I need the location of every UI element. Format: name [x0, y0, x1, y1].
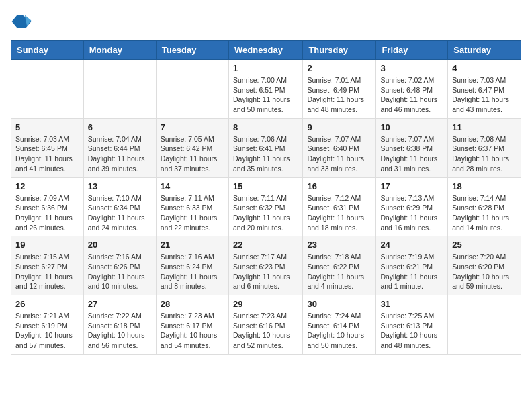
calendar-day-cell: 22Sunrise: 7:17 AM Sunset: 6:23 PM Dayli… [228, 236, 302, 295]
logo-icon [11, 11, 32, 32]
day-number: 10 [380, 122, 443, 132]
calendar-day-cell: 19Sunrise: 7:15 AM Sunset: 6:27 PM Dayli… [11, 236, 84, 295]
calendar-day-cell: 2Sunrise: 7:01 AM Sunset: 6:49 PM Daylig… [303, 60, 376, 119]
day-info: Sunrise: 7:18 AM Sunset: 6:22 PM Dayligh… [307, 252, 371, 291]
day-number: 17 [380, 181, 443, 191]
calendar-week-row: 26Sunrise: 7:21 AM Sunset: 6:19 PM Dayli… [11, 295, 521, 355]
day-number: 2 [307, 63, 371, 73]
calendar-day-cell: 21Sunrise: 7:16 AM Sunset: 6:24 PM Dayli… [156, 236, 228, 295]
day-of-week-header: Friday [376, 41, 448, 60]
day-number: 1 [233, 63, 298, 73]
day-info: Sunrise: 7:03 AM Sunset: 6:45 PM Dayligh… [15, 134, 79, 174]
day-number: 25 [452, 240, 517, 250]
day-number: 12 [15, 181, 79, 191]
calendar-day-cell [11, 60, 84, 119]
day-info: Sunrise: 7:14 AM Sunset: 6:28 PM Dayligh… [452, 193, 517, 233]
calendar-day-cell: 23Sunrise: 7:18 AM Sunset: 6:22 PM Dayli… [303, 236, 376, 295]
day-info: Sunrise: 7:16 AM Sunset: 6:24 PM Dayligh… [161, 252, 224, 291]
day-info: Sunrise: 7:12 AM Sunset: 6:31 PM Dayligh… [307, 193, 371, 233]
day-info: Sunrise: 7:07 AM Sunset: 6:38 PM Dayligh… [380, 134, 443, 174]
day-info: Sunrise: 7:01 AM Sunset: 6:49 PM Dayligh… [307, 75, 371, 115]
day-of-week-header: Wednesday [228, 41, 302, 60]
logo [11, 11, 35, 32]
calendar-day-cell: 14Sunrise: 7:11 AM Sunset: 6:33 PM Dayli… [156, 177, 228, 236]
calendar-day-cell: 27Sunrise: 7:22 AM Sunset: 6:18 PM Dayli… [83, 295, 156, 355]
day-number: 27 [88, 299, 152, 309]
day-info: Sunrise: 7:19 AM Sunset: 6:21 PM Dayligh… [380, 252, 443, 291]
day-number: 9 [307, 122, 371, 132]
calendar-day-cell [448, 295, 521, 355]
calendar-day-cell: 10Sunrise: 7:07 AM Sunset: 6:38 PM Dayli… [376, 118, 448, 177]
calendar-week-row: 1Sunrise: 7:00 AM Sunset: 6:51 PM Daylig… [11, 60, 521, 119]
calendar-day-cell: 16Sunrise: 7:12 AM Sunset: 6:31 PM Dayli… [303, 177, 376, 236]
day-info: Sunrise: 7:11 AM Sunset: 6:33 PM Dayligh… [161, 193, 224, 233]
day-number: 26 [15, 299, 79, 309]
calendar-week-row: 19Sunrise: 7:15 AM Sunset: 6:27 PM Dayli… [11, 236, 521, 295]
day-info: Sunrise: 7:25 AM Sunset: 6:13 PM Dayligh… [380, 311, 443, 351]
calendar-day-cell: 6Sunrise: 7:04 AM Sunset: 6:44 PM Daylig… [83, 118, 156, 177]
calendar-day-cell: 28Sunrise: 7:23 AM Sunset: 6:17 PM Dayli… [156, 295, 228, 355]
calendar-day-cell: 7Sunrise: 7:05 AM Sunset: 6:42 PM Daylig… [156, 118, 228, 177]
calendar-day-cell: 24Sunrise: 7:19 AM Sunset: 6:21 PM Dayli… [376, 236, 448, 295]
day-of-week-header: Monday [83, 41, 156, 60]
day-info: Sunrise: 7:22 AM Sunset: 6:18 PM Dayligh… [88, 311, 152, 351]
calendar-day-cell: 20Sunrise: 7:16 AM Sunset: 6:26 PM Dayli… [83, 236, 156, 295]
day-info: Sunrise: 7:24 AM Sunset: 6:14 PM Dayligh… [307, 311, 371, 351]
day-number: 28 [161, 299, 224, 309]
day-info: Sunrise: 7:03 AM Sunset: 6:47 PM Dayligh… [452, 75, 517, 115]
day-number: 5 [15, 122, 79, 132]
day-of-week-header: Sunday [11, 41, 84, 60]
calendar-day-cell: 29Sunrise: 7:23 AM Sunset: 6:16 PM Dayli… [228, 295, 302, 355]
day-info: Sunrise: 7:13 AM Sunset: 6:29 PM Dayligh… [380, 193, 443, 233]
day-info: Sunrise: 7:09 AM Sunset: 6:36 PM Dayligh… [15, 193, 79, 233]
day-number: 29 [233, 299, 298, 309]
day-number: 23 [307, 240, 371, 250]
calendar-day-cell [156, 60, 228, 119]
day-number: 24 [380, 240, 443, 250]
calendar-day-cell [83, 60, 156, 119]
calendar-week-row: 12Sunrise: 7:09 AM Sunset: 6:36 PM Dayli… [11, 177, 521, 236]
day-number: 13 [88, 181, 152, 191]
day-number: 11 [452, 122, 517, 132]
calendar-day-cell: 25Sunrise: 7:20 AM Sunset: 6:20 PM Dayli… [448, 236, 521, 295]
day-number: 31 [380, 299, 443, 309]
day-number: 30 [307, 299, 371, 309]
day-number: 22 [233, 240, 298, 250]
calendar-day-cell: 1Sunrise: 7:00 AM Sunset: 6:51 PM Daylig… [228, 60, 302, 119]
calendar-day-cell: 11Sunrise: 7:08 AM Sunset: 6:37 PM Dayli… [448, 118, 521, 177]
day-of-week-header: Thursday [303, 41, 376, 60]
day-info: Sunrise: 7:20 AM Sunset: 6:20 PM Dayligh… [452, 252, 517, 291]
day-number: 4 [452, 63, 517, 73]
calendar-day-cell: 30Sunrise: 7:24 AM Sunset: 6:14 PM Dayli… [303, 295, 376, 355]
day-number: 3 [380, 63, 443, 73]
day-info: Sunrise: 7:07 AM Sunset: 6:40 PM Dayligh… [307, 134, 371, 174]
calendar-header: SundayMondayTuesdayWednesdayThursdayFrid… [11, 41, 521, 60]
day-info: Sunrise: 7:05 AM Sunset: 6:42 PM Dayligh… [161, 134, 224, 174]
day-number: 20 [88, 240, 152, 250]
day-number: 16 [307, 181, 371, 191]
day-number: 6 [88, 122, 152, 132]
calendar-day-cell: 12Sunrise: 7:09 AM Sunset: 6:36 PM Dayli… [11, 177, 84, 236]
page-header [11, 11, 521, 32]
day-info: Sunrise: 7:10 AM Sunset: 6:34 PM Dayligh… [88, 193, 152, 233]
day-info: Sunrise: 7:00 AM Sunset: 6:51 PM Dayligh… [233, 75, 298, 115]
day-of-week-header: Saturday [448, 41, 521, 60]
day-number: 14 [161, 181, 224, 191]
calendar-day-cell: 31Sunrise: 7:25 AM Sunset: 6:13 PM Dayli… [376, 295, 448, 355]
day-info: Sunrise: 7:21 AM Sunset: 6:19 PM Dayligh… [15, 311, 79, 351]
calendar-table: SundayMondayTuesdayWednesdayThursdayFrid… [11, 40, 521, 355]
day-info: Sunrise: 7:15 AM Sunset: 6:27 PM Dayligh… [15, 252, 79, 291]
calendar-day-cell: 15Sunrise: 7:11 AM Sunset: 6:32 PM Dayli… [228, 177, 302, 236]
day-of-week-header: Tuesday [156, 41, 228, 60]
calendar-week-row: 5Sunrise: 7:03 AM Sunset: 6:45 PM Daylig… [11, 118, 521, 177]
day-info: Sunrise: 7:08 AM Sunset: 6:37 PM Dayligh… [452, 134, 517, 174]
day-info: Sunrise: 7:16 AM Sunset: 6:26 PM Dayligh… [88, 252, 152, 291]
day-number: 7 [161, 122, 224, 132]
day-number: 15 [233, 181, 298, 191]
calendar-body: 1Sunrise: 7:00 AM Sunset: 6:51 PM Daylig… [11, 60, 521, 355]
day-number: 19 [15, 240, 79, 250]
calendar-day-cell: 3Sunrise: 7:02 AM Sunset: 6:48 PM Daylig… [376, 60, 448, 119]
day-number: 18 [452, 181, 517, 191]
calendar-day-cell: 5Sunrise: 7:03 AM Sunset: 6:45 PM Daylig… [11, 118, 84, 177]
calendar-day-cell: 18Sunrise: 7:14 AM Sunset: 6:28 PM Dayli… [448, 177, 521, 236]
